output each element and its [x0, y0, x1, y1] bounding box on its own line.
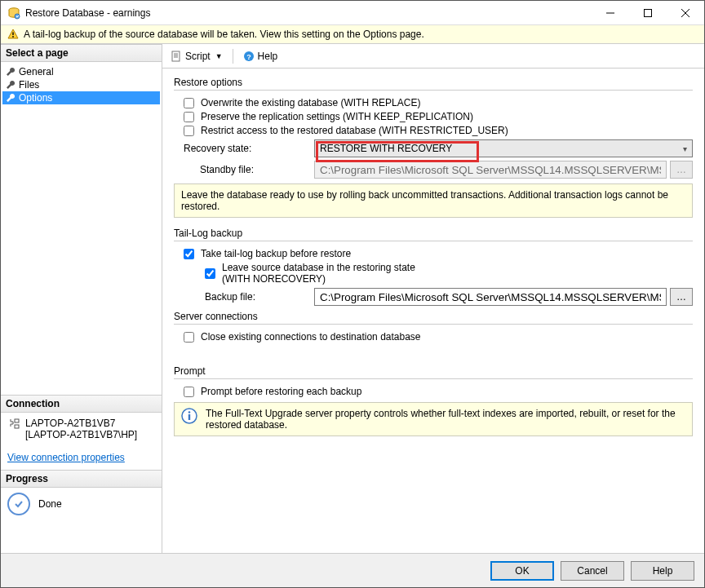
- recovery-state-row: Recovery state: RESTORE WITH RECOVERY ▾: [184, 139, 693, 157]
- row-leave-restoring: Leave source database in the restoring s…: [205, 262, 693, 285]
- close-connections-checkbox[interactable]: [184, 332, 194, 343]
- help-button-bottom[interactable]: Help: [631, 561, 694, 581]
- restore-database-dialog: Restore Database - earnings A tail-log b…: [0, 0, 705, 588]
- separator: [174, 90, 693, 91]
- window-title: Restore Database - earnings: [25, 7, 592, 19]
- wrench-icon: [6, 67, 16, 77]
- nav-label: Options: [19, 92, 52, 104]
- toolbar-separator: [233, 49, 233, 64]
- backup-file-label: Backup file:: [205, 291, 314, 303]
- warning-icon: [7, 29, 19, 40]
- fulltext-info-text: The Full-Text Upgrade server property co…: [206, 408, 685, 431]
- svg-rect-8: [15, 419, 19, 422]
- progress-status: Done: [1, 488, 162, 520]
- toolbar: Script ▼ ? Help: [162, 44, 704, 69]
- separator: [174, 378, 693, 379]
- svg-rect-18: [188, 414, 190, 420]
- connection-info: LAPTOP-A2TB1VB7 [LAPTOP-A2TB1VB7\HP]: [1, 413, 162, 445]
- titlebar: Restore Database - earnings: [1, 1, 704, 25]
- help-label: Help: [258, 51, 278, 62]
- prompt-label: Prompt before restoring each backup: [201, 386, 361, 397]
- backup-file-input[interactable]: [314, 288, 667, 306]
- restrict-label: Restrict access to the restored database…: [201, 125, 508, 136]
- fulltext-info-box: The Full-Text Upgrade server property co…: [174, 402, 693, 436]
- take-taillog-checkbox[interactable]: [184, 249, 194, 259]
- row-prompt: Prompt before restoring each backup: [184, 386, 693, 397]
- separator: [174, 324, 693, 325]
- select-page-header: Select a page: [1, 44, 162, 62]
- progress-label: Done: [38, 498, 62, 510]
- server-icon: [7, 418, 20, 440]
- nav-item-general[interactable]: General: [2, 65, 160, 78]
- script-icon: [171, 51, 182, 62]
- server-name: LAPTOP-A2TB1VB7: [25, 418, 137, 429]
- overwrite-label: Overwrite the existing database (WITH RE…: [201, 97, 420, 108]
- nav-item-options[interactable]: Options: [2, 91, 160, 104]
- svg-rect-3: [645, 9, 652, 16]
- serverconn-group: Server connections: [174, 311, 693, 322]
- recovery-state-combo[interactable]: RESTORE WITH RECOVERY ▾: [314, 139, 693, 157]
- standby-browse-button: …: [670, 161, 693, 179]
- recovery-state-label: Recovery state:: [184, 143, 314, 154]
- done-icon: [7, 493, 30, 515]
- row-restrict: Restrict access to the restored database…: [184, 125, 693, 136]
- warning-bar: A tail-log backup of the source database…: [1, 25, 704, 44]
- prompt-group: Prompt: [174, 365, 693, 377]
- script-label: Script: [185, 51, 211, 62]
- prompt-checkbox[interactable]: [184, 387, 194, 397]
- dropdown-arrow-icon: ▼: [215, 52, 223, 60]
- take-taillog-label: Take tail-log backup before restore: [201, 248, 351, 259]
- restore-options-group: Restore options: [174, 77, 693, 88]
- warning-text: A tail-log backup of the source database…: [24, 29, 424, 40]
- close-button[interactable]: [667, 1, 704, 25]
- nav-label: Files: [19, 79, 39, 91]
- wrench-icon: [6, 80, 16, 90]
- progress-header: Progress: [1, 470, 162, 488]
- right-panel: Script ▼ ? Help Restore options Overwrit…: [162, 44, 704, 553]
- view-connection-properties-link[interactable]: View connection properties: [1, 445, 162, 470]
- standby-file-input: [314, 161, 667, 179]
- svg-text:?: ?: [246, 52, 251, 60]
- standby-file-row: Standby file: …: [184, 161, 693, 179]
- recovery-description: Leave the database ready to use by rolli…: [174, 183, 693, 218]
- standby-file-label: Standby file:: [184, 164, 314, 175]
- taillog-group: Tail-Log backup: [174, 228, 693, 239]
- nav-item-files[interactable]: Files: [2, 78, 160, 91]
- preserve-checkbox[interactable]: [184, 112, 194, 122]
- svg-point-7: [12, 36, 14, 38]
- svg-point-1: [15, 14, 20, 19]
- row-preserve: Preserve the replication settings (WITH …: [184, 111, 693, 122]
- backup-browse-button[interactable]: …: [670, 288, 693, 306]
- page-nav: General Files Options: [1, 62, 162, 108]
- app-icon: [7, 7, 20, 20]
- backup-file-row: Backup file: …: [205, 288, 693, 306]
- cancel-button[interactable]: Cancel: [561, 561, 624, 581]
- svg-point-17: [188, 411, 191, 413]
- chevron-down-icon: ▾: [683, 144, 687, 153]
- help-icon: ?: [243, 51, 255, 62]
- svg-rect-10: [172, 51, 180, 61]
- nav-label: General: [19, 66, 54, 77]
- leave-restoring-label: Leave source database in the restoring s…: [222, 262, 415, 285]
- button-bar: OK Cancel Help: [1, 553, 704, 587]
- minimize-button[interactable]: [592, 1, 629, 25]
- recovery-state-value: RESTORE WITH RECOVERY: [320, 143, 452, 154]
- row-close-connections: Close existing connections to destinatio…: [184, 331, 693, 343]
- leave-restoring-checkbox[interactable]: [205, 268, 215, 279]
- row-overwrite: Overwrite the existing database (WITH RE…: [184, 97, 693, 108]
- wrench-icon: [6, 93, 16, 103]
- close-connections-label: Close existing connections to destinatio…: [201, 331, 421, 343]
- help-button[interactable]: ? Help: [240, 49, 282, 64]
- login-name: [LAPTOP-A2TB1VB7\HP]: [25, 429, 137, 440]
- overwrite-checkbox[interactable]: [184, 98, 194, 108]
- ok-button[interactable]: OK: [490, 561, 554, 581]
- svg-rect-9: [15, 425, 19, 428]
- preserve-label: Preserve the replication settings (WITH …: [201, 111, 473, 122]
- separator: [174, 241, 693, 241]
- restrict-checkbox[interactable]: [184, 126, 194, 136]
- options-content: Restore options Overwrite the existing d…: [162, 69, 704, 553]
- script-button[interactable]: Script ▼: [167, 49, 226, 64]
- left-panel: Select a page General Files Options Conn…: [1, 44, 162, 553]
- maximize-button[interactable]: [629, 1, 667, 25]
- connection-header: Connection: [1, 395, 162, 413]
